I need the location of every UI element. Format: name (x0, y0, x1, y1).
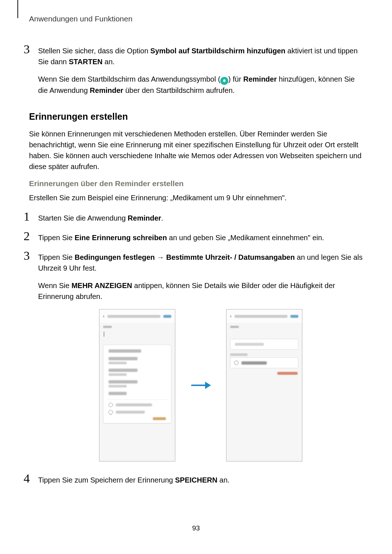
phone-title (234, 315, 287, 318)
add-checklist-card (230, 339, 298, 350)
step-text: Tippen Sie Bedingungen festlegen → Besti… (38, 252, 363, 274)
step-2: 2 Tippen Sie Eine Erinnerung schreiben a… (24, 230, 363, 250)
screenshot-left: ‹ (99, 309, 175, 461)
step-body: Tippen Sie zum Speichern der Erinnerung … (38, 472, 363, 492)
reminder-app-icon (220, 77, 228, 85)
screenshot-row: ‹ (38, 309, 363, 461)
step-3-continuation: 3 Stellen Sie sicher, dass die Option Sy… (24, 43, 363, 102)
option-row (109, 392, 166, 395)
back-icon: ‹ (103, 312, 105, 320)
section-heading: Erinnerungen erstellen (29, 111, 363, 122)
row-label (116, 411, 145, 414)
memo-label (103, 326, 112, 328)
condition-text (241, 361, 267, 365)
step-4: 4 Tippen Sie zum Speichern der Erinnerun… (24, 472, 363, 492)
step-text: Starten Sie die Anwendung Reminder. (38, 213, 363, 223)
step-text: Tippen Sie zum Speichern der Erinnerung … (38, 475, 363, 485)
show-more-label (277, 372, 298, 375)
specific-location-row (109, 410, 166, 414)
phone-topbar: ‹ (226, 309, 302, 323)
phone-title (107, 315, 160, 318)
memo-input (103, 329, 171, 340)
specific-time-row (109, 403, 166, 407)
card-heading (109, 349, 141, 353)
step-number: 3 (24, 250, 38, 472)
step-text: Wenn Sie dem Startbildschirm das Anwendu… (38, 74, 363, 96)
option-row (109, 380, 166, 387)
cancel-label (153, 417, 166, 420)
step-body: Stellen Sie sicher, dass die Option Symb… (38, 43, 363, 102)
location-icon (107, 409, 114, 415)
step-number: 2 (24, 230, 38, 250)
clock-icon (234, 361, 238, 365)
page-number: 93 (0, 524, 392, 532)
condition-time-box (230, 357, 298, 368)
step-body: Tippen Sie Bedingungen festlegen → Besti… (38, 250, 363, 472)
subsection-heading: Erinnerungen über den Reminder erstellen (29, 179, 363, 188)
memo-input (230, 329, 298, 334)
arrow-between (190, 385, 212, 386)
arrow-right-icon (191, 385, 210, 386)
clock-icon (109, 403, 113, 407)
text-cursor (104, 332, 104, 337)
manual-page: Anwendungen und Funktionen 3 Stellen Sie… (0, 0, 392, 554)
memo-label (230, 326, 239, 328)
divider (107, 399, 167, 400)
phone-save (290, 315, 298, 318)
step-1: 1 Starten Sie die Anwendung Reminder. (24, 210, 363, 230)
subsection-paragraph: Erstellen Sie zum Beispiel eine Erinneru… (29, 192, 363, 203)
option-row (109, 357, 166, 364)
step-text: Wenn Sie MEHR ANZEIGEN antippen, können … (38, 280, 363, 302)
phone-topbar: ‹ (99, 309, 175, 323)
page-header: Anwendungen und Funktionen (29, 15, 363, 23)
conditions-label (230, 353, 248, 356)
section-paragraph: Sie können Erinnerungen mit verschiedene… (29, 128, 363, 172)
screenshot-right: ‹ (226, 309, 302, 461)
step-text: Tippen Sie Eine Erinnerung schreiben an … (38, 232, 363, 243)
conditions-card (103, 345, 171, 423)
margin-rule (17, 0, 18, 18)
back-icon: ‹ (230, 312, 232, 320)
step-number: 4 (24, 472, 38, 492)
row-label (116, 403, 152, 406)
phone-save (163, 315, 171, 318)
step-text: Stellen Sie sicher, dass die Option Symb… (38, 45, 363, 67)
step-number: 1 (24, 210, 38, 230)
add-checklist-label (235, 343, 264, 346)
step-number: 3 (24, 43, 38, 102)
step-body: Tippen Sie Eine Erinnerung schreiben an … (38, 230, 363, 250)
step-3: 3 Tippen Sie Bedingungen festlegen → Bes… (24, 250, 363, 472)
step-body: Starten Sie die Anwendung Reminder. (38, 210, 363, 230)
option-row (109, 369, 166, 376)
